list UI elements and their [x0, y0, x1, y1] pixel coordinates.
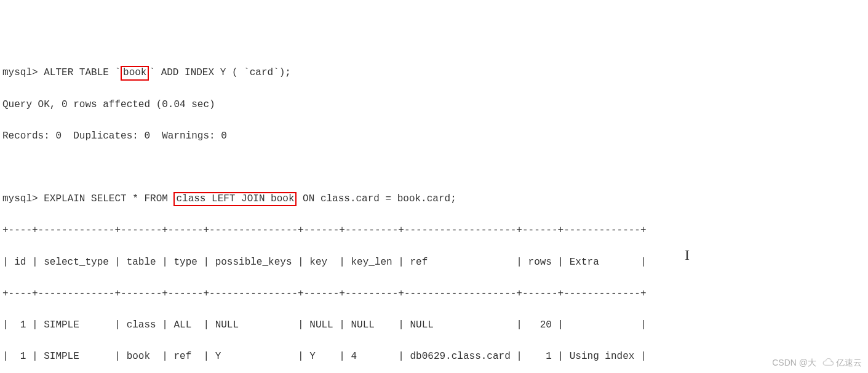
- watermark: CSDN @大 亿速云: [772, 356, 862, 369]
- cloud-icon: [821, 358, 835, 367]
- watermark-yisu-logo: 亿速云: [821, 356, 862, 369]
- highlight-class-left-join-book: class LEFT JOIN book: [173, 192, 297, 206]
- table1-sep-top: +----+-------------+-------+------+-----…: [2, 223, 866, 239]
- highlight-book: book: [121, 66, 149, 80]
- records-line: Records: 0 Duplicates: 0 Warnings: 0: [2, 129, 866, 145]
- table1-row2: | 1 | SIMPLE | book | ref | Y | Y | 4 | …: [2, 349, 866, 365]
- watermark-yisu-text: 亿速云: [836, 356, 862, 369]
- table1-row1: | 1 | SIMPLE | class | ALL | NULL | NULL…: [2, 318, 866, 334]
- alter-table-line: mysql> ALTER TABLE `book` ADD INDEX Y ( …: [2, 65, 866, 81]
- watermark-csdn: CSDN @大: [772, 356, 816, 369]
- table1-sep-mid: +----+-------------+-------+------+-----…: [2, 286, 866, 302]
- table1-header: | id | select_type | table | type | poss…: [2, 255, 866, 271]
- mysql-prompt: mysql>: [2, 193, 44, 204]
- blank-line: [2, 160, 866, 176]
- query-ok-line: Query OK, 0 rows affected (0.04 sec): [2, 97, 866, 113]
- mysql-prompt: mysql>: [2, 67, 44, 78]
- explain1-line: mysql> EXPLAIN SELECT * FROM class LEFT …: [2, 191, 866, 207]
